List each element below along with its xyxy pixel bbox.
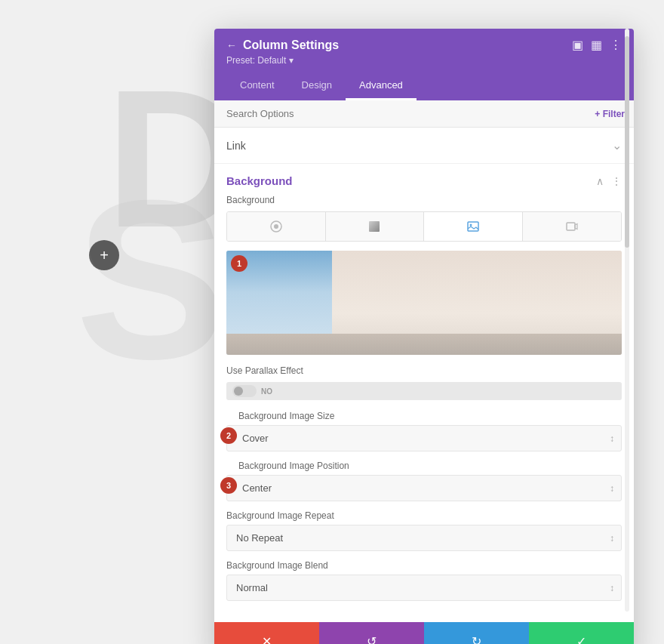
background-type-tabs: [226, 211, 622, 242]
toggle-track: [232, 385, 257, 397]
panel-body: Link ⌄ Background ∧ ⋮ Background: [214, 128, 634, 622]
more-icon[interactable]: ⋮: [610, 38, 622, 52]
background-section: Background ∧ ⋮ Background: [214, 164, 634, 622]
background-field-label: Background: [226, 195, 622, 205]
step-badge-1: 1: [231, 255, 247, 272]
bg-repeat-select[interactable]: No Repeat Repeat Repeat X Repeat Y: [226, 525, 622, 551]
svg-point-4: [469, 224, 472, 226]
link-section: Link ⌄: [214, 128, 634, 164]
tab-content[interactable]: Content: [226, 72, 288, 100]
link-row[interactable]: Link ⌄: [226, 128, 622, 163]
chevron-down-icon: ⌄: [612, 138, 622, 153]
save-icon: ✓: [576, 634, 586, 645]
image-preview-wrap: 1: [226, 251, 622, 355]
copy-icon[interactable]: ▣: [572, 38, 583, 52]
section-title: Background: [226, 174, 293, 187]
column-settings-panel: ← Column Settings ▣ ▦ ⋮ Preset: Default …: [214, 29, 634, 644]
reset-button[interactable]: ↺: [319, 622, 424, 644]
section-more-icon[interactable]: ⋮: [611, 175, 622, 187]
svg-point-1: [274, 224, 278, 229]
bg-size-select[interactable]: Cover Contain Auto: [226, 425, 622, 451]
bg-blend-label: Background Image Blend: [226, 560, 622, 571]
bg-tab-gradient[interactable]: [326, 212, 425, 241]
bg-tab-color[interactable]: [227, 212, 326, 241]
scrollbar-thumb[interactable]: [625, 36, 629, 248]
panel-title-left: ← Column Settings: [226, 39, 339, 52]
parallax-toggle[interactable]: NO: [226, 382, 622, 400]
bg-repeat-label: Background Image Repeat: [226, 510, 622, 521]
bg-tab-image[interactable]: [424, 212, 523, 241]
collapse-icon[interactable]: ∧: [596, 175, 604, 187]
parallax-row: Use Parallax Effect NO: [226, 365, 622, 400]
add-element-button[interactable]: +: [89, 240, 119, 270]
panel-preset[interactable]: Preset: Default ▾: [226, 55, 622, 66]
toggle-text: NO: [261, 387, 272, 396]
link-label: Link: [226, 140, 246, 152]
search-input[interactable]: [223, 100, 589, 127]
section-header: Background ∧ ⋮: [226, 164, 622, 195]
step-badge-3: 3: [220, 477, 237, 494]
bg-decorative-s: S: [75, 166, 226, 393]
save-button[interactable]: ✓: [529, 622, 634, 644]
parallax-label: Use Parallax Effect: [226, 365, 622, 376]
filter-label: + Filter: [595, 109, 625, 119]
back-icon[interactable]: ←: [226, 39, 237, 51]
panel-header-icons: ▣ ▦ ⋮: [572, 38, 622, 52]
bg-size-wrap: 2 Background Image Size Cover Contain Au…: [226, 411, 622, 451]
panel-actions: ✕ ↺ ↻ ✓: [214, 622, 634, 644]
tab-advanced[interactable]: Advanced: [346, 72, 417, 100]
section-header-icons: ∧ ⋮: [596, 175, 622, 187]
plus-icon: +: [100, 247, 109, 264]
bg-position-wrap: 3 Background Image Position Center Top L…: [226, 461, 622, 501]
toggle-knob: [234, 387, 243, 396]
panel-tabs: Content Design Advanced: [226, 72, 622, 100]
layout-icon[interactable]: ▦: [591, 38, 602, 52]
bg-size-label: Background Image Size: [226, 411, 622, 421]
cancel-button[interactable]: ✕: [214, 622, 319, 644]
background-image-preview[interactable]: [226, 251, 622, 355]
redo-button[interactable]: ↻: [424, 622, 529, 644]
scrollbar-track: [625, 29, 629, 612]
bg-blend-select[interactable]: Normal Multiply Screen Overlay Darken Li…: [226, 575, 622, 601]
bg-tab-video[interactable]: [523, 212, 622, 241]
panel-title: Column Settings: [243, 39, 339, 52]
tab-design[interactable]: Design: [288, 72, 346, 100]
redo-icon: ↻: [472, 634, 481, 645]
panel-header: ← Column Settings ▣ ▦ ⋮ Preset: Default …: [214, 29, 634, 100]
svg-rect-3: [468, 222, 478, 231]
svg-rect-2: [369, 221, 380, 232]
panel-title-row: ← Column Settings ▣ ▦ ⋮: [226, 38, 622, 52]
bg-position-label: Background Image Position: [226, 461, 622, 471]
scene-floor: [226, 334, 622, 355]
bg-repeat-wrap: Background Image Repeat No Repeat Repeat…: [226, 510, 622, 551]
bg-blend-wrap: Background Image Blend Normal Multiply S…: [226, 560, 622, 601]
search-bar: + Filter: [214, 100, 634, 128]
reset-icon: ↺: [367, 634, 377, 645]
cancel-icon: ✕: [262, 634, 272, 645]
bg-position-select[interactable]: Center Top Left Top Center Top Right Cen…: [226, 475, 622, 501]
svg-rect-5: [567, 223, 575, 230]
step-badge-2: 2: [220, 427, 237, 444]
filter-button[interactable]: + Filter: [595, 109, 625, 119]
